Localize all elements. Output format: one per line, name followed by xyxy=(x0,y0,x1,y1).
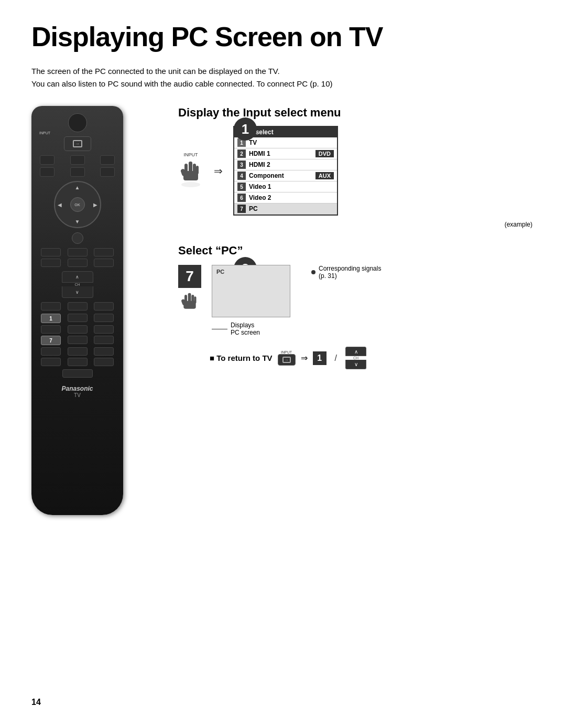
svg-rect-12 xyxy=(183,301,195,309)
num-row-2 xyxy=(41,325,114,334)
ch-mini-label: CH xyxy=(353,356,358,360)
num-row-7: 7 xyxy=(41,336,114,345)
pc-screen-box: PC xyxy=(212,265,290,317)
corresponding-signals-annotation: Corresponding signals (p. 31) xyxy=(311,265,381,280)
remote-wrapper: INPUT → xyxy=(31,106,136,515)
menu-item-2: 2 HDMI 1 DVD xyxy=(234,148,337,159)
remote-btn[interactable] xyxy=(68,314,88,322)
num-btn-1[interactable]: 1 xyxy=(41,314,61,323)
remote-btn[interactable] xyxy=(68,259,88,267)
num-btn-7[interactable]: 7 xyxy=(41,336,61,345)
ch-button-area: ∧ CH ∨ xyxy=(62,271,93,298)
corresponding-signals-text: Corresponding signals xyxy=(319,265,381,272)
ch-up-button[interactable]: ∧ xyxy=(62,271,93,283)
remote-btn[interactable] xyxy=(100,167,115,177)
remote-btn[interactable] xyxy=(94,347,114,356)
page-number: 14 xyxy=(31,698,41,707)
dpad-left-arrow[interactable]: ◀ xyxy=(58,202,62,208)
dpad-down-arrow[interactable]: ▼ xyxy=(75,219,80,224)
remote-btn[interactable] xyxy=(94,302,114,311)
remote-row-3a xyxy=(38,248,117,256)
content-area: INPUT → xyxy=(31,106,535,515)
key-7-badge: 7 xyxy=(178,265,201,288)
remote-btn[interactable] xyxy=(41,259,61,267)
remote-btn[interactable] xyxy=(68,358,88,366)
remote-btn[interactable] xyxy=(94,314,114,322)
hand-icon xyxy=(178,158,203,188)
remote-bottom-center-btn[interactable] xyxy=(62,369,93,378)
remote-top-button[interactable] xyxy=(68,113,87,132)
ok-button[interactable]: OK xyxy=(70,197,85,212)
return-arrow: ⇒ xyxy=(301,353,308,363)
bullet-dot xyxy=(311,270,315,274)
step1-arrow: ⇒ xyxy=(214,165,223,177)
pc-label: PC xyxy=(216,269,224,275)
menu-item-6: 6 Video 2 xyxy=(234,192,337,204)
menu-example: (example) xyxy=(214,221,535,228)
remote-mid-button[interactable] xyxy=(72,232,83,244)
svg-point-0 xyxy=(181,182,200,187)
number-buttons-area: 1 7 xyxy=(38,314,117,366)
hand-icon-area: INPUT xyxy=(178,152,203,190)
return-input-button[interactable]: → xyxy=(278,354,296,366)
num-row-5 xyxy=(41,358,114,366)
instructions: 1 Display the Input select menu INPUT xyxy=(136,106,535,515)
annotation-area: Corresponding signals (p. 31) xyxy=(311,265,381,280)
remote-btn[interactable] xyxy=(68,248,88,256)
remote-input-label: INPUT xyxy=(39,131,50,135)
dpad-up-arrow[interactable]: ▲ xyxy=(75,185,80,190)
num-row-1: 1 xyxy=(41,314,114,323)
remote-row-1 xyxy=(38,155,117,165)
step2-content: 7 xyxy=(178,265,535,336)
remote-btn[interactable] xyxy=(94,259,114,267)
remote-btn[interactable] xyxy=(41,325,61,334)
remote-btn[interactable] xyxy=(94,336,114,344)
ch-mini-up[interactable]: ∧ xyxy=(345,347,366,356)
ch-mini-down[interactable]: ∨ xyxy=(345,360,366,369)
ch-label: CH xyxy=(62,283,93,286)
pc-display-area: PC Displays PC screen xyxy=(212,265,290,336)
dpad-area: ▲ ▼ ◀ ▶ OK xyxy=(54,181,101,228)
remote-btn[interactable] xyxy=(40,167,55,177)
ch-down-button[interactable]: ∨ xyxy=(62,286,93,298)
remote-btn[interactable] xyxy=(68,302,88,311)
remote-brand: Panasonic xyxy=(38,385,117,392)
hand-icon-2 xyxy=(179,290,200,315)
remote-btn[interactable] xyxy=(41,358,61,366)
remote-btn[interactable] xyxy=(70,167,85,177)
input-icon: → xyxy=(73,140,82,147)
displays-screen: PC screen xyxy=(231,329,260,336)
return-label: ■ To return to TV xyxy=(210,354,273,362)
remote-btn[interactable] xyxy=(41,248,61,256)
step2-key-area: 7 xyxy=(178,265,201,315)
remote-btn[interactable] xyxy=(70,155,85,165)
remote-btn[interactable] xyxy=(41,347,61,356)
intro-line-2: You can also listen to PC sound with the… xyxy=(31,78,535,90)
dpad-right-arrow[interactable]: ▶ xyxy=(93,202,97,208)
remote-btn[interactable] xyxy=(94,325,114,334)
remote-btn[interactable] xyxy=(41,302,61,311)
remote-btn[interactable] xyxy=(94,248,114,256)
step1-section: Display the Input select menu INPUT xyxy=(178,106,535,228)
return-input-icon: → xyxy=(282,357,291,363)
remote-btn[interactable] xyxy=(40,155,55,165)
menu-item-7: 7 PC xyxy=(234,204,337,215)
page: Displaying PC Screen on TV The screen of… xyxy=(0,0,566,536)
remote-btn[interactable] xyxy=(100,155,115,165)
return-section: ■ To return to TV INPUT → ⇒ xyxy=(210,347,535,369)
remote-btn[interactable] xyxy=(94,358,114,366)
return-input-label: INPUT xyxy=(281,350,292,354)
remote-input-button[interactable]: → xyxy=(64,136,91,151)
step1-title: Display the Input select menu xyxy=(178,106,535,120)
remote-btn[interactable] xyxy=(68,347,88,356)
return-num-1-badge: 1 xyxy=(313,351,326,365)
remote-btn[interactable] xyxy=(68,325,88,334)
step1-hand-area: INPUT xyxy=(178,126,535,216)
hand-input-label: INPUT xyxy=(178,152,203,157)
remote-type: TV xyxy=(38,392,117,398)
remote-control: INPUT → xyxy=(31,106,123,515)
remote-row-3b xyxy=(38,259,117,267)
menu-item-4: 4 Component AUX xyxy=(234,170,337,181)
svg-rect-6 xyxy=(183,171,198,180)
remote-btn[interactable] xyxy=(68,336,88,344)
